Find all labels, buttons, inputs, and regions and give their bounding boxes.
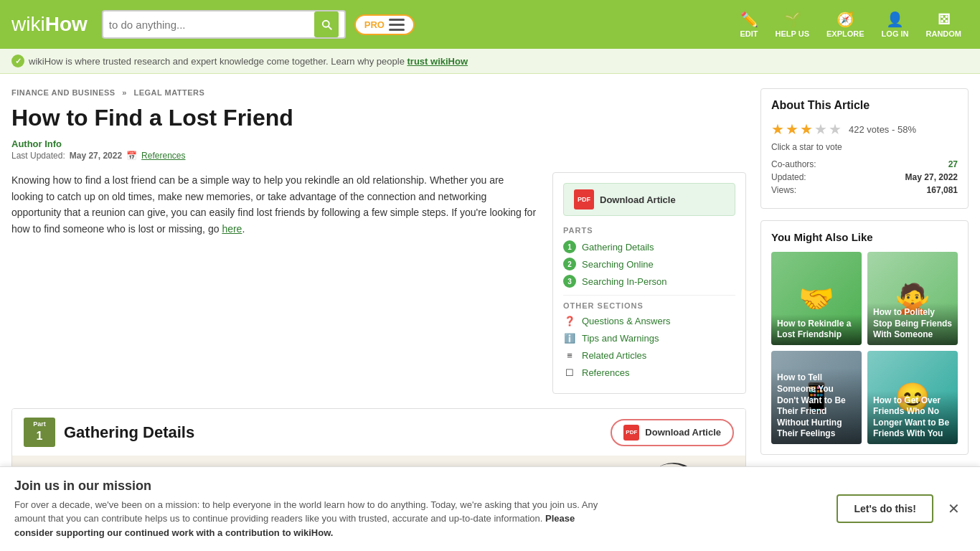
close-notification-button[interactable]: ✕ — [942, 497, 966, 520]
download-article-button[interactable]: PDF Download Article — [563, 183, 735, 216]
rating-row: ★ ★ ★ ★ ★ 422 votes - 58% — [771, 121, 958, 138]
related-title-4: How to Get Over Friends Who No Longer Wa… — [867, 391, 958, 444]
toc-part-1[interactable]: 1 Gathering Details — [563, 240, 735, 253]
search-input[interactable] — [109, 19, 311, 31]
related-link[interactable]: Related Articles — [582, 350, 646, 361]
nav-edit[interactable]: ✏️ EDIT — [732, 8, 765, 41]
qa-link[interactable]: Questions & Answers — [582, 316, 671, 326]
star-1[interactable]: ★ — [771, 121, 784, 138]
you-might-also-like-card: You Might Also Like 🤝 How to Rekindle a … — [760, 220, 969, 455]
updated-val: May 27, 2022 — [905, 172, 958, 182]
trust-check-icon: ✓ — [11, 55, 24, 67]
star-3[interactable]: ★ — [800, 121, 813, 138]
search-bar — [102, 10, 346, 39]
related-card-tell-someone[interactable]: 📱 How to Tell Someone You Don't Want to … — [771, 351, 862, 444]
coauthors-val: 27 — [948, 159, 958, 169]
lets-do-button[interactable]: Let's do this! — [837, 494, 933, 523]
references-icon: ☐ — [563, 366, 576, 379]
toc-qa[interactable]: ❓ Questions & Answers — [563, 314, 735, 327]
other-sections-label: OTHER SECTIONS — [563, 295, 735, 310]
part-download-button[interactable]: PDF Download Article — [611, 419, 734, 446]
nav-explore[interactable]: 🧭 EXPLORE — [819, 8, 872, 41]
you-might-title: You Might Also Like — [771, 231, 958, 243]
part-1-title: Gathering Details — [64, 423, 194, 442]
logo-how: How — [45, 13, 88, 36]
explore-icon: 🧭 — [837, 11, 854, 28]
pdf-icon: PDF — [574, 189, 594, 209]
nav-login[interactable]: 👤 LOG IN — [875, 8, 916, 41]
tips-icon: ℹ️ — [563, 331, 576, 344]
nav-random[interactable]: ⚄ RANDOM — [919, 8, 969, 41]
trust-link[interactable]: trust wikiHow — [407, 56, 468, 67]
pro-label: PRO — [364, 19, 385, 30]
nav-random-label: RANDOM — [926, 29, 962, 38]
star-rating[interactable]: ★ ★ ★ ★ ★ — [771, 121, 842, 138]
nav-help-us[interactable]: 🌱 HELP US — [768, 8, 816, 41]
toc-tips[interactable]: ℹ️ Tips and Warnings — [563, 331, 735, 344]
notification-body: For over a decade, we've been on a missi… — [14, 498, 603, 540]
toc-part-2[interactable]: 2 Searching Online — [563, 258, 735, 270]
part-num-3: 3 — [563, 275, 576, 288]
updated-row: Updated: May 27, 2022 — [771, 172, 958, 182]
author-name[interactable]: Author Info — [11, 138, 746, 149]
views-val: 167,081 — [927, 185, 958, 195]
article-text: Knowing how to find a lost friend can be… — [11, 172, 538, 394]
search-button[interactable] — [314, 11, 339, 37]
header: wikiHow PRO ✏️ EDIT 🌱 HELP US 🧭 EXPLORE … — [0, 0, 980, 49]
table-of-contents: PDF Download Article PARTS 1 Gathering D… — [552, 172, 746, 394]
article-title: How to Find a Lost Friend — [11, 104, 746, 131]
part-2-link[interactable]: Searching Online — [582, 259, 654, 270]
tips-link[interactable]: Tips and Warnings — [582, 333, 659, 344]
logo-wiki: wiki — [11, 13, 45, 36]
part-badge: Part 1 — [24, 418, 55, 446]
logo[interactable]: wikiHow — [11, 13, 88, 36]
notification-bar: Join us in our mission For over a decade… — [0, 466, 980, 552]
related-icon: ≡ — [563, 349, 576, 362]
nav-help-label: HELP US — [776, 29, 809, 38]
parts-label: PARTS — [563, 226, 735, 235]
click-star-label: Click a star to vote — [771, 142, 958, 152]
part-3-link[interactable]: Searching In-Person — [582, 276, 667, 287]
related-title-1: How to Rekindle a Lost Friendship — [771, 314, 862, 345]
author-info: Author Info Last Updated: May 27, 2022 📅… — [11, 138, 746, 161]
part-1-header-left: Part 1 Gathering Details — [24, 418, 194, 446]
breadcrumb-sep: » — [122, 88, 129, 97]
toc-references[interactable]: ☐ References — [563, 366, 735, 379]
related-card-rekindle[interactable]: 🤝 How to Rekindle a Lost Friendship — [771, 252, 862, 345]
star-4[interactable]: ★ — [814, 121, 827, 138]
edit-icon: ✏️ — [740, 11, 758, 28]
last-updated: Last Updated: May 27, 2022 📅 References — [11, 151, 746, 161]
article-body: Knowing how to find a lost friend can be… — [11, 172, 746, 394]
notification-text: Join us in our mission For over a decade… — [14, 479, 603, 540]
related-card-get-over[interactable]: 😊 How to Get Over Friends Who No Longer … — [867, 351, 958, 444]
related-card-stop-friends[interactable]: 🙅 How to Politely Stop Being Friends Wit… — [867, 252, 958, 345]
here-link[interactable]: here — [222, 223, 242, 235]
nav-login-label: LOG IN — [882, 29, 909, 38]
part-pdf-icon: PDF — [623, 425, 639, 441]
references-link[interactable]: References — [141, 151, 185, 161]
calendar-icon: 📅 — [126, 151, 137, 161]
random-icon: ⚄ — [938, 11, 950, 28]
pro-button[interactable]: PRO — [354, 14, 415, 35]
related-title-2: How to Politely Stop Being Friends With … — [867, 303, 958, 345]
breadcrumb-finance[interactable]: FINANCE AND BUSINESS — [11, 88, 116, 97]
nav-bar: ✏️ EDIT 🌱 HELP US 🧭 EXPLORE 👤 LOG IN ⚄ R… — [732, 8, 969, 41]
qa-icon: ❓ — [563, 314, 576, 327]
about-title: About This Article — [771, 99, 958, 112]
star-2[interactable]: ★ — [786, 121, 798, 138]
about-article-card: About This Article ★ ★ ★ ★ ★ 422 votes -… — [760, 88, 969, 209]
related-title-3: How to Tell Someone You Don't Want to Be… — [771, 368, 862, 444]
hamburger-menu[interactable] — [389, 19, 405, 31]
nav-edit-label: EDIT — [740, 29, 758, 38]
star-5[interactable]: ★ — [829, 121, 842, 138]
toc-related[interactable]: ≡ Related Articles — [563, 349, 735, 362]
views-row: Views: 167,081 — [771, 185, 958, 195]
toc-references-link[interactable]: References — [582, 367, 629, 378]
nav-explore-label: EXPLORE — [826, 29, 864, 38]
notification-title: Join us in our mission — [14, 479, 603, 494]
trust-bar: ✓ wikiHow is where trusted research and … — [0, 49, 980, 74]
toc-part-3[interactable]: 3 Searching In-Person — [563, 275, 735, 288]
part-1-header: Part 1 Gathering Details PDF Download Ar… — [12, 409, 745, 455]
part-1-link[interactable]: Gathering Details — [582, 242, 654, 253]
breadcrumb-legal[interactable]: LEGAL MATTERS — [133, 88, 204, 97]
